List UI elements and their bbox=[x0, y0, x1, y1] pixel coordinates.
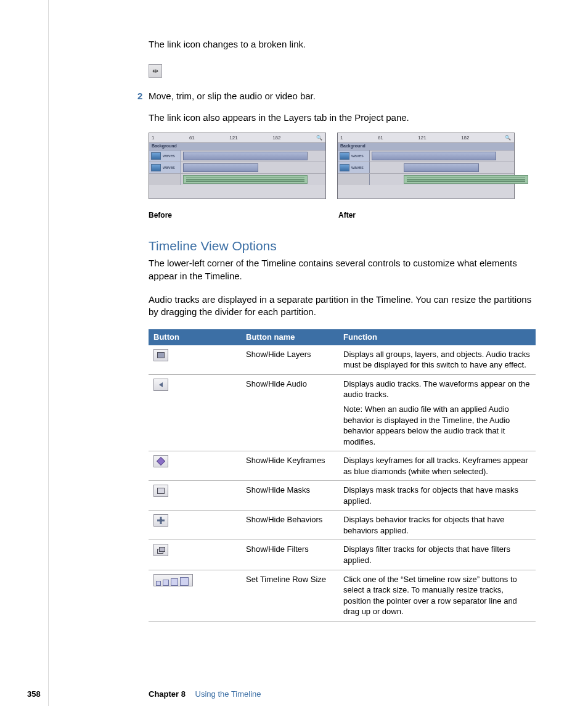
row-function-note: Note: When an audio file with an applied… bbox=[343, 404, 531, 447]
row-name: Show/Hide Keyframes bbox=[241, 451, 338, 481]
step-number: 2 bbox=[137, 90, 142, 102]
row-name: Show/Hide Behaviors bbox=[241, 511, 338, 540]
row-function-main: Displays audio tracks. The waveforms app… bbox=[343, 379, 531, 400]
audio-body bbox=[370, 174, 514, 185]
track-head: waves bbox=[149, 150, 181, 162]
chapter-title: Using the Timeline bbox=[195, 689, 261, 699]
row-function: Displays keyframes for all tracks. Keyfr… bbox=[338, 451, 536, 481]
ruler-tick: 61 bbox=[189, 135, 195, 142]
behaviors-icon bbox=[153, 514, 168, 527]
row-name: Show/Hide Filters bbox=[241, 540, 338, 570]
video-track-row: waves bbox=[338, 150, 514, 162]
audio-track-row bbox=[149, 174, 325, 185]
main-content: The link icon changes to a broken link. … bbox=[149, 38, 536, 622]
ruler-tick: 121 bbox=[229, 135, 237, 142]
track-head bbox=[338, 174, 370, 185]
track-head: waves bbox=[149, 162, 181, 173]
table-row: Show/Hide Behaviors Displays behavior tr… bbox=[149, 511, 536, 540]
video-track-row: waves bbox=[149, 150, 325, 162]
options-table: Button Button name Function Show/Hide La… bbox=[149, 329, 536, 621]
row-size-icon bbox=[153, 574, 193, 586]
track-name: waves bbox=[163, 165, 175, 170]
track-body bbox=[370, 150, 514, 162]
keyframes-icon bbox=[153, 455, 168, 467]
broken-link-icon: ⇹ bbox=[149, 64, 162, 78]
track-body bbox=[370, 162, 514, 173]
audio-track-row bbox=[338, 174, 514, 185]
table-header-name: Button name bbox=[241, 329, 338, 345]
figure-captions: Before After bbox=[149, 210, 536, 220]
table-header-button: Button bbox=[149, 329, 241, 345]
video-bar bbox=[183, 152, 308, 160]
track-thumb bbox=[340, 152, 349, 160]
table-row: Show/Hide Filters Displays filter tracks… bbox=[149, 540, 536, 570]
audio-bar bbox=[404, 175, 528, 184]
row-name: Show/Hide Audio bbox=[241, 374, 338, 451]
ruler-tick: 182 bbox=[461, 135, 469, 142]
row-function: Displays mask tracks for objects that ha… bbox=[338, 481, 536, 511]
table-row: Show/Hide Audio Displays audio tracks. T… bbox=[149, 374, 536, 451]
chapter-number: Chapter 8 bbox=[149, 689, 186, 699]
row-function: Displays behavior tracks for objects tha… bbox=[338, 511, 536, 540]
ruler-tick: 1 bbox=[152, 135, 154, 142]
track-head bbox=[149, 174, 181, 185]
track-name: waves bbox=[163, 153, 175, 158]
background-label: Background bbox=[149, 143, 325, 150]
track-thumb bbox=[151, 164, 161, 171]
video-bar bbox=[372, 152, 496, 160]
caption-after: After bbox=[338, 210, 517, 220]
chapter-label: Chapter 8 Using the Timeline bbox=[149, 689, 261, 700]
table-row: Show/Hide Masks Displays mask tracks for… bbox=[149, 481, 536, 511]
row-function: Displays audio tracks. The waveforms app… bbox=[338, 374, 536, 451]
ruler-tick: 121 bbox=[418, 135, 426, 142]
timeline-screenshot-before: 1 61 121 182 🔍 Background waves bbox=[149, 133, 326, 199]
table-row: Set Timeline Row Size Click one of the “… bbox=[149, 570, 536, 621]
background-label: Background bbox=[338, 143, 514, 150]
ruler-tick: 182 bbox=[272, 135, 280, 142]
video-track-row: waves bbox=[149, 162, 325, 174]
intro-line-2: The link icon also appears in the Layers… bbox=[149, 112, 536, 124]
filters-icon bbox=[153, 544, 168, 556]
step-row: 2 Move, trim, or slip the audio or video… bbox=[149, 90, 536, 102]
step-text: Move, trim, or slip the audio or video b… bbox=[149, 90, 536, 102]
caption-before: Before bbox=[149, 210, 327, 220]
intro-line-1: The link icon changes to a broken link. bbox=[149, 38, 536, 51]
row-name: Set Timeline Row Size bbox=[241, 570, 338, 621]
page-number: 358 bbox=[27, 689, 41, 700]
row-function: Click one of the “Set timeline row size”… bbox=[338, 570, 536, 621]
row-name: Show/Hide Layers bbox=[241, 345, 338, 375]
video-track-row: waves bbox=[338, 162, 514, 174]
audio-bar bbox=[183, 175, 308, 184]
track-name: waves bbox=[351, 165, 364, 170]
table-row: Show/Hide Keyframes Displays keyframes f… bbox=[149, 451, 536, 481]
table-row: Show/Hide Layers Displays all groups, la… bbox=[149, 345, 536, 375]
timeline-ruler: 1 61 121 182 🔍 bbox=[149, 133, 325, 143]
audio-body bbox=[181, 174, 325, 185]
figure-row: 1 61 121 182 🔍 Background waves bbox=[149, 133, 536, 199]
video-bar bbox=[404, 163, 479, 172]
row-name: Show/Hide Masks bbox=[241, 481, 338, 511]
track-thumb bbox=[340, 164, 349, 171]
ruler-tick: 61 bbox=[378, 135, 383, 142]
track-head: waves bbox=[338, 150, 370, 162]
ruler-tick: 1 bbox=[340, 135, 343, 142]
track-body bbox=[181, 162, 325, 173]
video-bar bbox=[183, 163, 258, 172]
track-thumb bbox=[151, 152, 161, 160]
magnifier-icon: 🔍 bbox=[504, 136, 512, 142]
body-paragraph-2: Audio tracks are displayed in a separate… bbox=[149, 293, 536, 319]
masks-icon bbox=[153, 485, 168, 497]
section-heading: Timeline View Options bbox=[149, 237, 536, 255]
row-function: Displays filter tracks for objects that … bbox=[338, 540, 536, 570]
timeline-screenshot-after: 1 61 121 182 🔍 Background waves bbox=[337, 133, 515, 199]
row-function: Displays all groups, layers, and objects… bbox=[338, 345, 536, 375]
track-body bbox=[181, 150, 325, 162]
body-paragraph-1: The lower-left corner of the Timeline co… bbox=[149, 257, 536, 282]
timeline-ruler: 1 61 121 182 🔍 bbox=[338, 133, 514, 143]
audio-icon bbox=[153, 379, 168, 391]
track-head: waves bbox=[338, 162, 370, 173]
layers-icon bbox=[153, 349, 168, 361]
magnifier-icon: 🔍 bbox=[316, 136, 323, 142]
table-header-func: Function bbox=[338, 329, 536, 345]
track-name: waves bbox=[351, 153, 364, 158]
